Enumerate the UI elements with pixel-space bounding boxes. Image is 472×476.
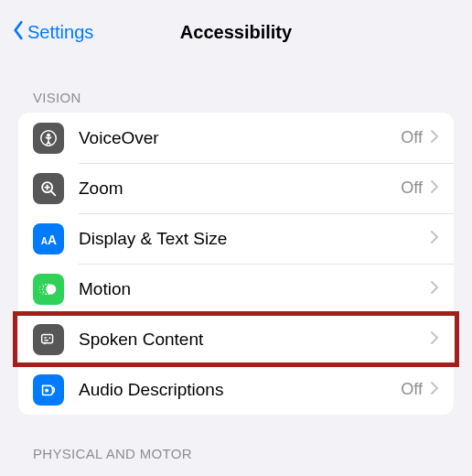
back-label: Settings: [27, 22, 93, 43]
voiceover-icon: [33, 123, 64, 154]
row-status: Off: [401, 380, 423, 399]
row-audio-descriptions[interactable]: Audio Descriptions Off: [18, 364, 454, 415]
chevron-right-icon: [430, 179, 439, 198]
text-size-icon: AA: [33, 223, 64, 254]
svg-rect-11: [42, 334, 53, 342]
svg-point-14: [48, 337, 50, 339]
row-status: Off: [401, 178, 423, 198]
settings-group-vision: VoiceOver Off Zoom Off AA Display & Text…: [18, 113, 454, 415]
row-label: Zoom: [79, 178, 401, 199]
motion-icon: [33, 274, 64, 305]
back-button[interactable]: Settings: [11, 20, 93, 45]
chevron-right-icon: [430, 280, 439, 298]
row-label: Spoken Content: [79, 330, 423, 350]
audio-descriptions-icon: [33, 374, 64, 406]
row-display-text-size[interactable]: AA Display & Text Size: [18, 213, 454, 264]
row-voiceover[interactable]: VoiceOver Off: [18, 113, 454, 163]
zoom-icon: [33, 173, 64, 204]
svg-line-3: [51, 190, 56, 195]
chevron-right-icon: [430, 230, 439, 248]
row-motion[interactable]: Motion: [18, 264, 454, 314]
row-zoom[interactable]: Zoom Off: [18, 163, 454, 213]
svg-point-15: [45, 388, 48, 392]
row-label: VoiceOver: [79, 128, 401, 148]
svg-rect-13: [44, 340, 48, 341]
svg-text:A: A: [48, 233, 57, 246]
row-spoken-content[interactable]: Spoken Content: [18, 314, 454, 364]
chevron-right-icon: [430, 129, 439, 147]
nav-bar: Settings Accessibility: [0, 5, 472, 59]
svg-rect-12: [44, 337, 47, 338]
row-label: Motion: [79, 279, 423, 299]
chevron-right-icon: [430, 330, 439, 349]
spoken-content-icon: [33, 324, 64, 355]
svg-point-1: [47, 133, 50, 136]
section-header-vision: VISION: [0, 59, 472, 113]
row-status: Off: [401, 128, 423, 147]
row-label: Display & Text Size: [79, 229, 423, 249]
row-label: Audio Descriptions: [79, 380, 401, 400]
chevron-right-icon: [430, 381, 439, 399]
chevron-left-icon: [11, 20, 26, 45]
section-header-physical-motor: PHYSICAL AND MOTOR: [0, 415, 472, 469]
